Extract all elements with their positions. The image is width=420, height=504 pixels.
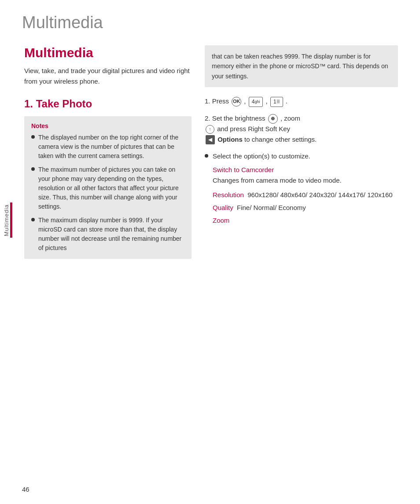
brightness-icon: ⊕ <box>268 114 278 124</box>
zoom-label: Zoom <box>213 217 398 224</box>
resolution-label: Resolution 960x1280/ 480x640/ 240x320/ 1… <box>213 191 398 199</box>
left-column: Multimedia View, take, and trade your di… <box>24 45 192 259</box>
subsection-title-take-photo: 1. Take Photo <box>24 98 192 110</box>
step-1: 1. Press OK , 4ghi , 1☰ . <box>205 96 398 107</box>
sidebar-label: Multimedia <box>3 204 10 236</box>
option-quality: Quality Fine/ Normal/ Economy <box>213 204 398 211</box>
bullet-icon-3 <box>31 218 35 221</box>
intro-text: View, take, and trade your digital pictu… <box>24 66 192 87</box>
options-arrow-icon: ◀ <box>206 135 215 144</box>
notes-box: Notes The displayed number on the top ri… <box>24 116 192 259</box>
step2-text3: and press Right Soft Key <box>217 125 290 132</box>
note-item-2: The maximum number of pictures you can t… <box>31 165 184 211</box>
note-text-3: The maximum display number is 9999. If y… <box>38 216 184 253</box>
page-number: 46 <box>22 486 29 493</box>
key-4ghi: 4ghi <box>249 97 263 107</box>
switch-to-camcorder-desc: Changes from camera mode to video mode. <box>213 177 342 184</box>
note-text-1: The displayed number on the top right co… <box>38 133 184 161</box>
option-zoom: Zoom <box>213 217 398 224</box>
option-resolution: Resolution 960x1280/ 480x640/ 240x320/ 1… <box>213 191 398 199</box>
notes-label: Notes <box>31 122 184 129</box>
step2-text2: , zoom <box>280 114 300 122</box>
step2-text4: to change other settings. <box>244 136 317 143</box>
sidebar-bar <box>10 202 12 238</box>
note-item-1: The displayed number on the top right co… <box>31 133 184 161</box>
step-2: 2. Set the brightness ⊕ , zoom ↑ and pre… <box>205 113 398 145</box>
quality-label: Quality Fine/ Normal/ Economy <box>213 204 398 211</box>
note-text-2: The maximum number of pictures you can t… <box>38 165 184 211</box>
right-info-box: that can be taken reaches 9999. The disp… <box>205 45 398 87</box>
ok-key-icon: OK <box>232 97 241 107</box>
options-label: Options <box>217 136 243 143</box>
step2-text1: 2. Set the brightness <box>205 114 267 122</box>
bullet-icon-1 <box>31 135 35 139</box>
section-title-multimedia: Multimedia <box>24 45 192 60</box>
page-title: Multimedia <box>0 0 420 41</box>
right-column: that can be taken reaches 9999. The disp… <box>205 45 398 259</box>
bullet-icon-2 <box>31 167 35 171</box>
sidebar: Multimedia <box>0 88 12 352</box>
key-1: 1☰ <box>270 97 283 107</box>
zoom-icon: ↑ <box>206 125 214 134</box>
select-options-item: Select the option(s) to customize. <box>205 151 398 162</box>
note-item-3: The maximum display number is 9999. If y… <box>31 216 184 253</box>
step1-label: 1. Press <box>205 97 229 105</box>
select-options-text: Select the option(s) to customize. <box>213 151 310 162</box>
switch-to-camcorder-label: Switch to Camcorder <box>213 166 398 173</box>
select-options-bullet <box>205 154 208 158</box>
main-content: Multimedia View, take, and trade your di… <box>0 45 420 259</box>
option-switch-camcorder: Switch to Camcorder Changes from camera … <box>213 166 398 186</box>
